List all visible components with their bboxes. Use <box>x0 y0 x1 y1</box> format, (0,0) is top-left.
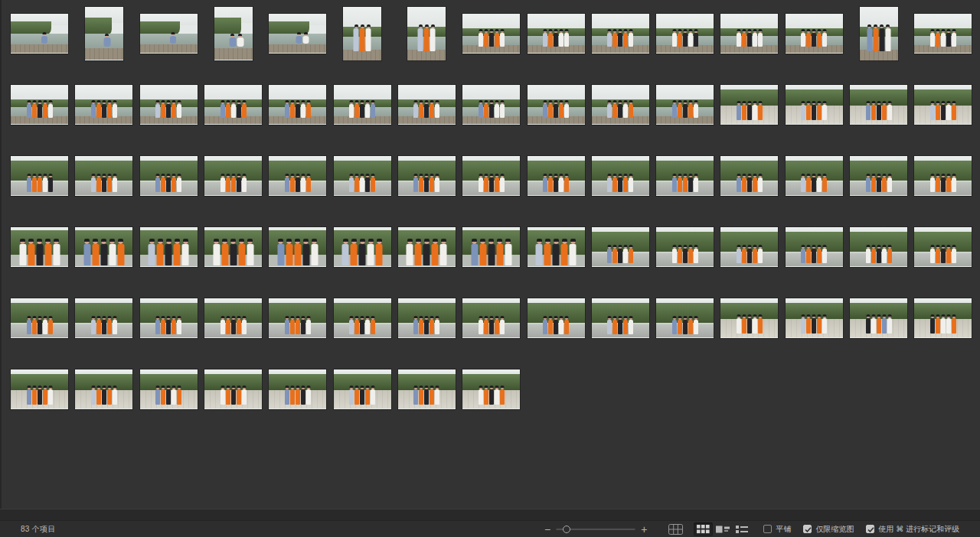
checkbox-icon[interactable] <box>866 525 874 533</box>
photo-thumbnail[interactable] <box>850 298 907 338</box>
photo-thumbnail[interactable] <box>343 7 381 60</box>
photo-thumbnail[interactable] <box>592 156 649 196</box>
photo-thumbnail[interactable] <box>75 298 132 338</box>
photo-thumbnail[interactable] <box>140 298 198 338</box>
photo-thumbnail[interactable] <box>75 227 132 267</box>
photo-thumbnail[interactable] <box>334 85 391 125</box>
photo-thumbnail[interactable] <box>140 85 198 125</box>
photo-thumbnail[interactable] <box>462 227 520 267</box>
zoom-in-button[interactable]: + <box>641 524 647 535</box>
photo-thumbnail[interactable] <box>914 298 972 338</box>
use-cmd-rating-checkbox[interactable]: 使用 ⌘ 进行标记和评级 <box>866 524 959 535</box>
photo-thumbnail[interactable] <box>11 298 68 338</box>
photo-thumbnail[interactable] <box>214 7 253 60</box>
photo-thumbnail[interactable] <box>140 369 198 409</box>
photo-thumbnail[interactable] <box>592 227 649 267</box>
photo-thumbnail[interactable] <box>398 298 456 338</box>
photo-thumbnail[interactable] <box>204 85 262 125</box>
photo-thumbnail[interactable] <box>269 298 326 338</box>
photo-thumbnail[interactable] <box>204 298 262 338</box>
photo-thumbnail[interactable] <box>914 14 972 54</box>
photo-thumbnail[interactable] <box>592 14 649 54</box>
photo-thumbnail[interactable] <box>528 14 585 54</box>
thumbnail-size-slider[interactable] <box>556 525 635 534</box>
photo-thumbnail[interactable] <box>462 85 520 125</box>
photo-thumbnail[interactable] <box>269 156 326 196</box>
photo-thumbnail[interactable] <box>75 85 132 125</box>
photo-thumbnail[interactable] <box>11 156 68 196</box>
photo-thumbnail[interactable] <box>269 85 326 125</box>
photo-thumbnail[interactable] <box>786 156 843 196</box>
photo-thumbnail[interactable] <box>656 85 714 125</box>
checkbox-icon[interactable] <box>803 525 812 533</box>
slider-track[interactable] <box>556 528 635 530</box>
photo-thumbnail[interactable] <box>860 7 898 60</box>
photo-thumbnail[interactable] <box>398 85 456 125</box>
photo-thumbnail[interactable] <box>720 85 778 125</box>
thumbnail-info-view-button[interactable] <box>713 522 733 536</box>
photo-thumbnail[interactable] <box>85 7 123 60</box>
photo-thumbnail[interactable] <box>462 369 520 409</box>
list-view-button[interactable] <box>733 522 751 536</box>
person-figure <box>678 249 682 263</box>
photo-thumbnail[interactable] <box>914 227 972 267</box>
photo-thumbnail[interactable] <box>11 369 68 409</box>
photo-thumbnail[interactable] <box>656 156 714 196</box>
grid-outline-view-button[interactable] <box>665 522 686 536</box>
photo-thumbnail[interactable] <box>528 227 585 267</box>
photo-thumbnail[interactable] <box>204 156 262 196</box>
photo-thumbnail[interactable] <box>334 156 391 196</box>
slider-knob[interactable] <box>563 526 570 533</box>
photo-thumbnail[interactable] <box>462 298 520 338</box>
photo-thumbnail[interactable] <box>720 298 778 338</box>
photo-thumbnail[interactable] <box>720 156 778 196</box>
photo-thumbnail[interactable] <box>269 14 326 54</box>
photo-thumbnail[interactable] <box>269 227 326 267</box>
photo-thumbnail[interactable] <box>656 298 714 338</box>
photo-thumbnail[interactable] <box>75 369 132 409</box>
photo-thumbnail[interactable] <box>398 156 456 196</box>
tile-checkbox[interactable]: 平铺 <box>763 524 791 535</box>
grid-thumbnails-view-button[interactable] <box>694 522 713 536</box>
photo-thumbnail[interactable] <box>140 14 198 54</box>
photo-thumbnail[interactable] <box>786 85 843 125</box>
horizontal-scrollbar-track[interactable] <box>0 509 980 521</box>
photo-thumbnail[interactable] <box>914 156 972 196</box>
photo-thumbnail[interactable] <box>407 7 446 60</box>
photo-thumbnail[interactable] <box>786 298 843 338</box>
photo-thumbnail[interactable] <box>914 85 972 125</box>
photo-thumbnail[interactable] <box>850 156 907 196</box>
photo-thumbnail[interactable] <box>786 227 843 267</box>
photo-thumbnail[interactable] <box>140 227 198 267</box>
photo-thumbnail[interactable] <box>656 227 714 267</box>
photo-thumbnail[interactable] <box>140 156 198 196</box>
photo-thumbnail[interactable] <box>720 227 778 267</box>
photo-thumbnail[interactable] <box>656 14 714 54</box>
photo-thumbnail[interactable] <box>334 298 391 338</box>
photo-thumbnail[interactable] <box>398 369 456 409</box>
photo-thumbnail[interactable] <box>850 85 907 125</box>
photo-thumbnail[interactable] <box>11 85 68 125</box>
photo-thumbnail[interactable] <box>592 85 649 125</box>
photo-thumbnail[interactable] <box>75 156 132 196</box>
photo-thumbnail[interactable] <box>528 298 585 338</box>
photo-thumbnail[interactable] <box>592 298 649 338</box>
photo-thumbnail[interactable] <box>204 227 262 267</box>
photo-thumbnail[interactable] <box>334 227 391 267</box>
photo-thumbnail[interactable] <box>334 369 391 409</box>
photo-thumbnail[interactable] <box>528 85 585 125</box>
photo-thumbnail[interactable] <box>462 156 520 196</box>
checkbox-icon[interactable] <box>763 525 772 533</box>
photo-thumbnail[interactable] <box>850 227 907 267</box>
photo-thumbnail[interactable] <box>720 14 778 54</box>
photo-thumbnail[interactable] <box>11 227 68 267</box>
photo-thumbnail[interactable] <box>204 369 262 409</box>
photo-thumbnail[interactable] <box>786 14 843 54</box>
thumbnails-only-checkbox[interactable]: 仅限缩览图 <box>803 524 854 535</box>
photo-thumbnail[interactable] <box>11 14 68 54</box>
photo-thumbnail[interactable] <box>462 14 520 54</box>
photo-thumbnail[interactable] <box>528 156 585 196</box>
photo-thumbnail[interactable] <box>269 369 326 409</box>
photo-thumbnail[interactable] <box>398 227 456 267</box>
zoom-out-button[interactable]: − <box>544 524 550 535</box>
